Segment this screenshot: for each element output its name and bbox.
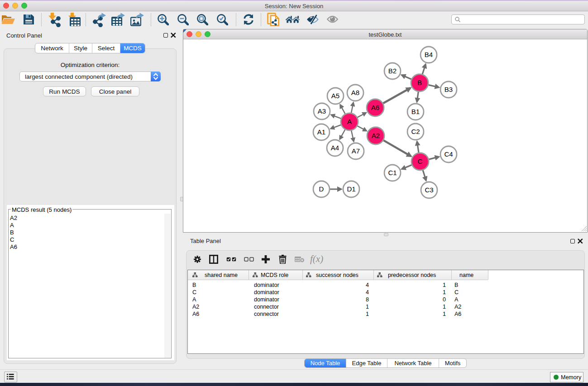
- svg-text:A: A: [347, 118, 352, 125]
- svg-text:B2: B2: [388, 67, 397, 75]
- svg-text:A2: A2: [372, 132, 380, 139]
- svg-text:C: C: [418, 157, 423, 165]
- svg-text:A1: A1: [317, 128, 325, 136]
- svg-text:A7: A7: [352, 147, 360, 155]
- svg-text:C1: C1: [388, 169, 397, 176]
- svg-text:C4: C4: [444, 150, 453, 158]
- svg-text:C2: C2: [411, 128, 420, 135]
- svg-text:C3: C3: [425, 186, 433, 194]
- svg-text:B: B: [417, 79, 422, 86]
- svg-text:A5: A5: [331, 92, 339, 100]
- svg-text:B1: B1: [411, 108, 420, 115]
- svg-text:A8: A8: [351, 89, 359, 96]
- svg-text:A6: A6: [371, 104, 379, 111]
- svg-text:A4: A4: [331, 144, 339, 152]
- svg-text:B4: B4: [425, 51, 433, 58]
- svg-text:B3: B3: [445, 86, 453, 93]
- svg-text:A3: A3: [318, 107, 326, 115]
- svg-text:D1: D1: [347, 185, 355, 193]
- svg-text:D: D: [319, 185, 324, 193]
